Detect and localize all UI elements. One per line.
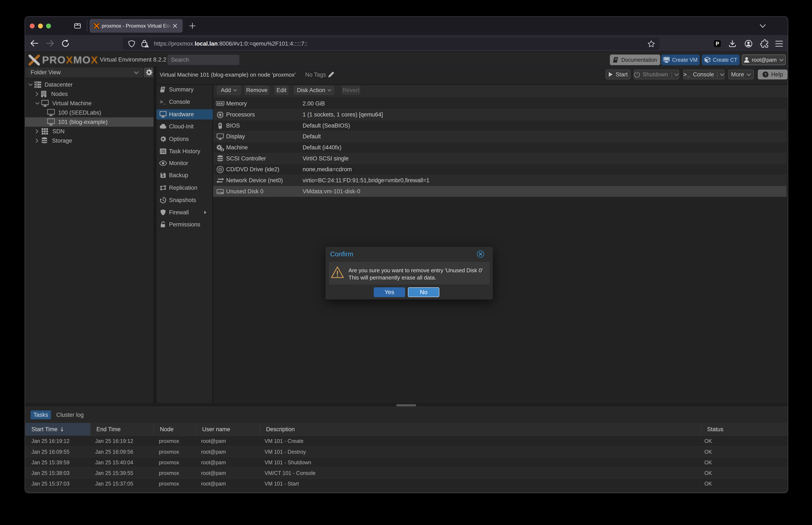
svg-text:?: ? [764,72,767,77]
